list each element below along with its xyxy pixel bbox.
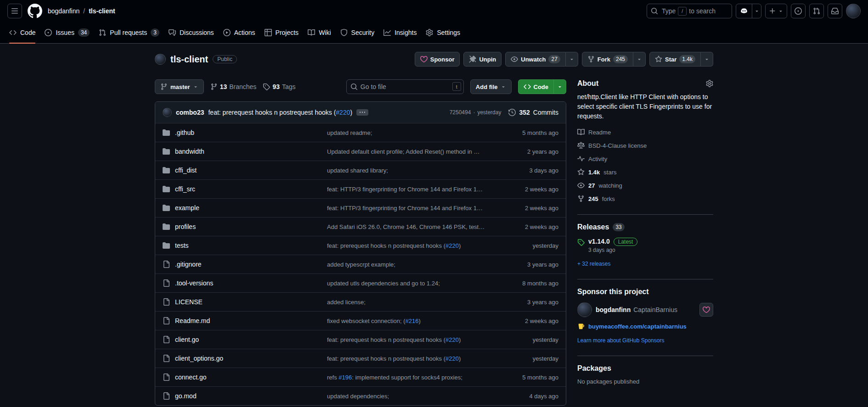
file-link[interactable]: client.go — [175, 336, 199, 343]
about-info-item[interactable]: 27 watching — [577, 182, 713, 189]
about-info-item[interactable]: 245 forks — [577, 195, 713, 202]
copilot-menu[interactable] — [736, 4, 761, 18]
fork-button[interactable]: Fork245 — [582, 52, 633, 67]
tab-actions[interactable]: Actions — [220, 22, 259, 43]
tab-wiki[interactable]: Wiki — [304, 22, 334, 43]
sponsor-user-link[interactable]: bogdanfinn — [596, 306, 631, 313]
hamburger-menu-button[interactable] — [7, 4, 22, 18]
file-link[interactable]: example — [175, 204, 199, 212]
branches-link[interactable]: 13Branches — [210, 83, 257, 90]
unwatch-dropdown[interactable] — [566, 52, 578, 67]
gear-icon[interactable] — [706, 80, 713, 87]
about-info-item[interactable]: 1.4k stars — [577, 168, 713, 176]
file-link[interactable]: LICENSE — [175, 298, 203, 306]
unpin-button[interactable]: Unpin — [463, 52, 502, 67]
unwatch-button[interactable]: Unwatch27 — [505, 52, 566, 67]
github-logo[interactable] — [28, 4, 42, 18]
buymeacoffee-link[interactable]: buymeacoffee.com/captainbarnius — [588, 323, 687, 330]
releases-link[interactable]: Releases 33 — [577, 223, 625, 231]
learn-more-sponsors-link[interactable]: Learn more about GitHub Sponsors — [577, 337, 664, 344]
commit-sha-time[interactable]: 7250494 · yesterday — [450, 109, 502, 116]
file-link[interactable]: .tool-versions — [175, 279, 213, 287]
go-to-file-input[interactable] — [346, 79, 464, 94]
commit-message-link[interactable]: ) — [459, 242, 461, 249]
sponsor-heart-button[interactable] — [699, 303, 713, 317]
create-new-button[interactable] — [765, 4, 787, 18]
commit-message-link[interactable]: updated shared library; — [327, 167, 388, 174]
breadcrumb-owner[interactable]: bogdanfinn — [48, 7, 79, 15]
repo-title[interactable]: tls-client — [170, 54, 208, 65]
commit-message-link[interactable]: ) — [418, 318, 420, 324]
repo-owner-avatar[interactable] — [155, 54, 166, 65]
commit-author-link[interactable]: combo23 — [176, 109, 204, 116]
commit-message-link[interactable]: updated utls dependencies and go to 1.24… — [327, 280, 440, 287]
issue-link[interactable]: #216 — [406, 318, 419, 324]
commit-message-link[interactable]: feat: prerequest hooks n postrequest hoo… — [327, 242, 445, 249]
commit-message-link[interactable]: ) — [350, 109, 352, 116]
commit-message-link[interactable]: added license; — [327, 299, 366, 306]
pr-link[interactable]: #220 — [336, 109, 350, 116]
commit-message-link[interactable]: feat: HTTP/3 fingerprinting for Chrome 1… — [327, 186, 483, 193]
file-link[interactable]: go.mod — [175, 392, 197, 400]
file-link[interactable]: profiles — [175, 223, 196, 230]
tab-issues[interactable]: Issues34 — [41, 22, 93, 43]
file-link[interactable]: client_options.go — [175, 355, 223, 362]
tab-insights[interactable]: Insights — [380, 22, 420, 43]
user-avatar[interactable] — [846, 4, 861, 18]
about-info-item[interactable]: Activity — [577, 155, 713, 162]
tab-code[interactable]: Code — [6, 22, 39, 43]
commit-description-toggle[interactable] — [356, 109, 368, 116]
commit-message-link[interactable]: Updated default client profile; Added Re… — [327, 148, 479, 155]
tab-settings[interactable]: Settings — [422, 22, 464, 43]
code-button[interactable]: Code — [518, 79, 554, 94]
notifications-inbox-button[interactable] — [828, 4, 842, 18]
commit-message-link[interactable]: : implemented support for socks4 proxies… — [352, 374, 462, 381]
about-info-item[interactable]: Readme — [577, 128, 713, 136]
commit-message-link[interactable]: updated readme; — [327, 129, 372, 136]
issue-link[interactable]: #220 — [445, 355, 459, 362]
copilot-dropdown[interactable] — [752, 4, 761, 18]
sponsor-avatar[interactable] — [577, 302, 592, 317]
more-releases-link[interactable]: + 32 releases — [577, 261, 610, 267]
file-link[interactable]: Readme.md — [175, 317, 210, 324]
commit-message-link[interactable]: feat: prerequest hooks n postrequest hoo… — [208, 109, 336, 116]
commit-history-link[interactable]: 352Commits — [508, 109, 558, 116]
issues-header-button[interactable] — [791, 4, 806, 18]
commit-message-link[interactable]: ) — [459, 336, 461, 343]
file-link[interactable]: bandwidth — [175, 148, 204, 155]
tab-projects[interactable]: Projects — [261, 22, 303, 43]
commit-message-link[interactable]: added typescrpt example; — [327, 261, 395, 268]
star-dropdown[interactable] — [701, 52, 713, 67]
branch-selector[interactable]: master — [155, 79, 204, 94]
add-file-button[interactable]: Add file — [470, 79, 512, 94]
sponsor-button[interactable]: Sponsor — [415, 52, 460, 67]
global-search[interactable]: Type / to search — [647, 4, 732, 18]
commit-author-avatar[interactable] — [163, 108, 172, 117]
commit-message-link[interactable]: updated dependencies; — [327, 393, 389, 400]
commit-message-link[interactable]: feat: HTTP/3 fingerprinting for Chrome 1… — [327, 205, 483, 212]
commit-message-link[interactable]: Add Safari iOS 26.0, Chrome 146, Chrome … — [327, 223, 489, 230]
file-link[interactable]: cffi_src — [175, 185, 195, 193]
commit-message-link[interactable]: refs — [327, 374, 338, 381]
file-link[interactable]: connect.go — [175, 374, 207, 381]
about-info-item[interactable]: BSD-4-Clause license — [577, 142, 713, 149]
commit-message-link[interactable]: feat: prerequest hooks n postrequest hoo… — [327, 336, 445, 343]
file-link[interactable]: .gitignore — [175, 261, 202, 268]
tab-security[interactable]: Security — [337, 22, 378, 43]
issue-link[interactable]: #220 — [445, 242, 459, 249]
file-link[interactable]: cffi_dist — [175, 167, 197, 174]
issue-link[interactable]: #220 — [445, 336, 459, 343]
commit-message-link[interactable]: fixed websocket connection; ( — [327, 318, 406, 324]
commit-message-link[interactable]: feat: prerequest hooks n postrequest hoo… — [327, 355, 445, 362]
code-dropdown[interactable] — [554, 79, 566, 94]
fork-dropdown[interactable] — [633, 52, 646, 67]
pull-requests-header-button[interactable] — [809, 4, 824, 18]
tab-pull-requests[interactable]: Pull requests3 — [95, 22, 163, 43]
latest-release[interactable]: v1.14.0Latest 3 days ago — [577, 238, 713, 253]
tags-link[interactable]: 93Tags — [263, 83, 295, 90]
tab-discussions[interactable]: Discussions — [165, 22, 218, 43]
commit-message-link[interactable]: ) — [459, 355, 461, 362]
issue-link[interactable]: #196 — [338, 374, 352, 381]
breadcrumb-repo[interactable]: tls-client — [89, 7, 115, 15]
star-button[interactable]: Star1.4k — [649, 52, 701, 67]
